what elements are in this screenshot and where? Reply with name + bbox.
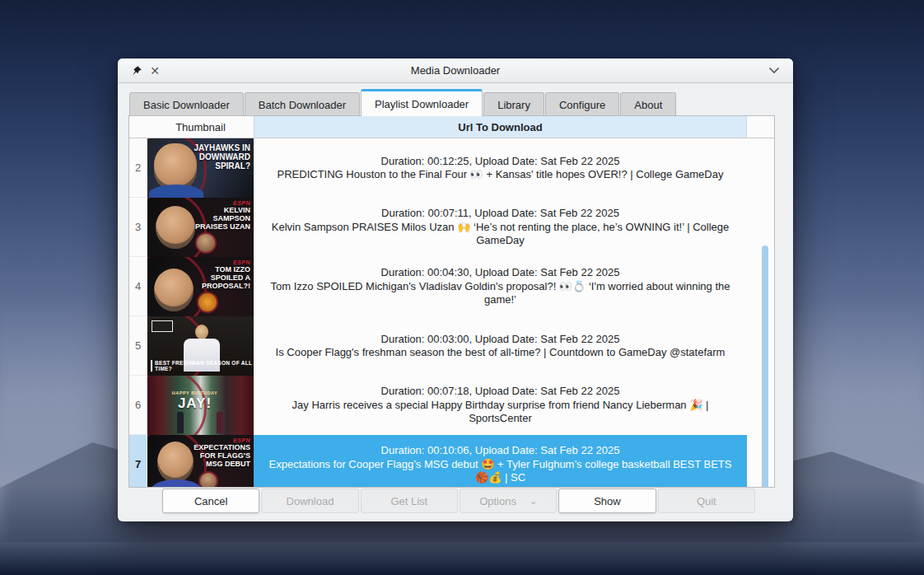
pin-icon[interactable]: [128, 62, 146, 80]
tab-configure[interactable]: Configure: [545, 92, 619, 116]
video-title: Kelvin Sampson PRAISES Milos Uzan 🙌 ‘He’…: [262, 221, 739, 248]
thumbnail-title-text: JAYHAWKS IN DOWNWARD SPIRAL?: [194, 143, 250, 171]
video-title: PREDICTING Houston to the Final Four 👀 +…: [278, 168, 724, 182]
video-duration-upload-date: Duration: 00:07:11, Upload Date: Sat Feb…: [381, 207, 619, 221]
url-cell[interactable]: Duration: 00:07:11, Upload Date: Sat Feb…: [254, 198, 747, 257]
thumbnail-title-text: BEST FRESHMAN SEASON OF ALL TIME?: [151, 360, 254, 372]
thumbnail-title-text: TOM IZZO SPOILED A PROPOSAL?!: [202, 265, 250, 290]
video-title: Jay Harris receives a special Happy Birt…: [262, 399, 739, 426]
tab-batch-downloader[interactable]: Batch Downloader: [245, 92, 360, 116]
tab-basic-downloader[interactable]: Basic Downloader: [129, 92, 244, 116]
thumbnail-title-text: EXPECTATIONS FOR FLAGG'S MSG DEBUT: [194, 443, 250, 468]
download-button[interactable]: Download: [261, 489, 358, 513]
video-title: Is Cooper Flagg's freshman season the be…: [276, 346, 726, 360]
quit-button[interactable]: Quit: [658, 489, 755, 513]
thumbnail-image[interactable]: BEST FRESHMAN SEASON OF ALL TIME?: [147, 316, 254, 376]
scrollbar-thumb[interactable]: [762, 245, 768, 488]
table-row[interactable]: 7 ESPN EXPECTATIONS FOR FLAGG'S MSG DEBU…: [129, 435, 774, 488]
column-header-thumbnail[interactable]: Thumbnail: [147, 116, 254, 138]
table-header: Thumbnail Url To Download: [129, 116, 774, 138]
close-icon[interactable]: ✕: [146, 62, 164, 80]
tab-about[interactable]: About: [620, 92, 676, 116]
row-number[interactable]: 6: [129, 376, 147, 435]
column-header-url[interactable]: Url To Download: [254, 116, 747, 138]
thumbnail-image[interactable]: HAPPY BIRTHDAYJAY!: [147, 376, 254, 435]
cancel-button[interactable]: Cancel: [162, 489, 259, 513]
url-cell[interactable]: Duration: 00:07:18, Upload Date: Sat Feb…: [254, 376, 747, 435]
url-cell[interactable]: Duration: 00:12:25, Upload Date: Sat Feb…: [254, 138, 747, 198]
options-button[interactable]: Options⌄: [460, 489, 557, 513]
chevron-down-icon: ⌄: [530, 496, 537, 507]
video-duration-upload-date: Duration: 00:10:06, Upload Date: Sat Feb…: [381, 444, 620, 458]
media-downloader-window: ✕ Media Downloader Basic Downloader Batc…: [118, 58, 793, 521]
url-cell[interactable]: Duration: 00:03:00, Upload Date: Sat Feb…: [254, 316, 747, 376]
video-title: Expectations for Cooper Flagg’s MSG debu…: [262, 458, 739, 485]
video-title: Tom Izzo SPOILED Michigan's Vladislav Go…: [262, 280, 739, 307]
table-row[interactable]: 3 ESPN KELVIN SAMPSON PRAISES UZAN Durat…: [129, 198, 774, 257]
tab-bar: Basic Downloader Batch Downloader Playli…: [118, 83, 793, 116]
titlebar[interactable]: ✕ Media Downloader: [118, 58, 793, 83]
window-title: Media Downloader: [118, 64, 793, 77]
table-row[interactable]: 6 HAPPY BIRTHDAYJAY! Duration: 00:07:18,…: [129, 376, 774, 435]
tab-library[interactable]: Library: [483, 92, 544, 116]
show-button[interactable]: Show: [558, 489, 656, 513]
video-duration-upload-date: Duration: 00:03:00, Upload Date: Sat Feb…: [381, 333, 620, 347]
table-body: 2 JAYHAWKS IN DOWNWARD SPIRAL? Duration:…: [129, 138, 774, 488]
thumbnail-title-text: KELVIN SAMPSON PRAISES UZAN: [195, 206, 250, 231]
table-row[interactable]: 5 BEST FRESHMAN SEASON OF ALL TIME? Dura…: [129, 316, 774, 376]
row-number[interactable]: 2: [129, 138, 147, 198]
espn-logo: ESPN: [233, 259, 250, 265]
playlist-table: Thumbnail Url To Download 2 JAYHAWKS IN …: [128, 115, 775, 488]
table-row[interactable]: 2 JAYHAWKS IN DOWNWARD SPIRAL? Duration:…: [129, 138, 774, 198]
espn-logo: ESPN: [233, 200, 250, 206]
thumbnail-image[interactable]: ESPN TOM IZZO SPOILED A PROPOSAL?!: [147, 257, 254, 316]
vertical-scrollbar[interactable]: [756, 139, 774, 487]
url-cell[interactable]: Duration: 00:04:30, Upload Date: Sat Feb…: [254, 257, 747, 316]
thumbnail-image[interactable]: JAYHAWKS IN DOWNWARD SPIRAL?: [147, 138, 254, 198]
video-duration-upload-date: Duration: 00:12:25, Upload Date: Sat Feb…: [381, 155, 620, 169]
table-corner-cell: [129, 116, 147, 138]
header-filler: [747, 116, 774, 138]
tab-playlist-downloader[interactable]: Playlist Downloader: [361, 89, 483, 116]
espn-logo: ESPN: [233, 437, 250, 443]
video-duration-upload-date: Duration: 00:04:30, Upload Date: Sat Feb…: [381, 266, 620, 280]
button-bar: CancelDownloadGet ListOptions⌄ShowQuit: [162, 489, 755, 513]
row-number[interactable]: 7: [129, 435, 147, 488]
row-number[interactable]: 5: [129, 316, 147, 376]
get-list-button[interactable]: Get List: [361, 489, 458, 513]
table-row[interactable]: 4 ESPN TOM IZZO SPOILED A PROPOSAL?! Dur…: [129, 257, 774, 316]
row-number[interactable]: 4: [129, 257, 147, 316]
video-duration-upload-date: Duration: 00:07:18, Upload Date: Sat Feb…: [381, 385, 620, 399]
url-cell[interactable]: Duration: 00:10:06, Upload Date: Sat Feb…: [254, 435, 747, 488]
chevron-down-icon[interactable]: [765, 62, 783, 80]
thumbnail-image[interactable]: ESPN KELVIN SAMPSON PRAISES UZAN: [147, 198, 254, 257]
thumbnail-image[interactable]: ESPN EXPECTATIONS FOR FLAGG'S MSG DEBUT: [147, 435, 254, 488]
row-number[interactable]: 3: [129, 198, 147, 257]
